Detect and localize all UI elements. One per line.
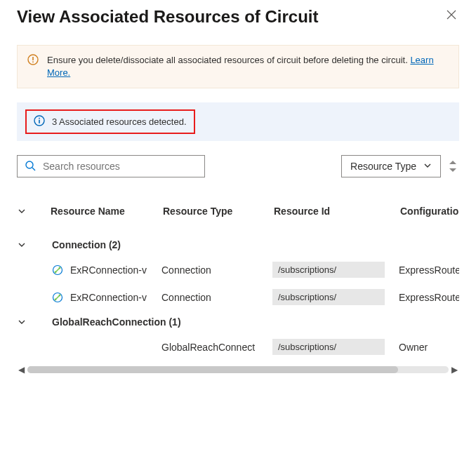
scrollbar-track[interactable]	[27, 366, 449, 373]
svg-rect-1	[32, 57, 34, 60]
chevron-down-icon	[423, 161, 432, 172]
group-row-connection[interactable]: Connection (2)	[17, 234, 459, 256]
info-icon	[34, 115, 45, 128]
cell-type: Connection	[161, 292, 272, 303]
resource-type-dropdown[interactable]: Resource Type	[341, 155, 441, 177]
scroll-left-arrow[interactable]: ◀	[18, 365, 25, 375]
sort-toggle[interactable]	[447, 159, 459, 174]
group-label: GlobalReachConnection (1)	[52, 316, 181, 328]
svg-rect-2	[32, 62, 34, 63]
search-box[interactable]	[17, 155, 205, 177]
cell-id[interactable]: /subscriptions/	[272, 339, 385, 355]
search-icon	[25, 160, 36, 173]
chevron-down-icon	[17, 206, 27, 216]
table-row[interactable]: ExRConnection-v Connection /subscription…	[17, 256, 459, 283]
svg-point-10	[59, 267, 61, 269]
table-row[interactable]: ExRConnection-v Connection /subscription…	[17, 283, 459, 311]
svg-point-9	[55, 271, 57, 273]
sort-icon	[447, 159, 459, 174]
dropdown-label: Resource Type	[350, 161, 416, 172]
resources-table: Resource Name Resource Type Resource Id …	[17, 206, 459, 361]
column-header-name[interactable]: Resource Name	[51, 206, 163, 217]
cell-configuration: Owner	[399, 342, 459, 353]
scrollbar-thumb[interactable]	[27, 366, 398, 373]
horizontal-scrollbar[interactable]: ◀ ▶	[17, 365, 459, 375]
cell-id[interactable]: /subscriptions/	[272, 289, 385, 305]
expand-all-toggle[interactable]	[17, 206, 51, 216]
svg-point-13	[59, 294, 61, 296]
warning-text: Ensure you delete/dissociate all associa…	[47, 55, 410, 65]
close-icon	[447, 10, 456, 20]
warning-icon	[27, 54, 39, 67]
svg-point-12	[55, 298, 57, 300]
column-header-configuration[interactable]: Configuration	[400, 206, 459, 217]
svg-rect-5	[39, 118, 40, 119]
info-text: 3 Associated resources detected.	[52, 116, 187, 127]
svg-point-6	[26, 161, 33, 168]
cell-type: Connection	[161, 264, 272, 276]
column-header-id[interactable]: Resource Id	[274, 206, 400, 217]
group-row-globalreach[interactable]: GlobalReachConnection (1)	[17, 311, 459, 333]
table-row[interactable]: GlobalReachConnect /subscriptions/ Owner	[17, 333, 459, 361]
svg-rect-4	[39, 120, 40, 123]
cell-type: GlobalReachConnect	[161, 342, 272, 353]
cell-name: ExRConnection-v	[70, 292, 161, 303]
group-label: Connection (2)	[52, 239, 121, 250]
close-button[interactable]	[444, 7, 459, 25]
scroll-right-arrow[interactable]: ▶	[451, 365, 458, 375]
search-input[interactable]	[43, 161, 197, 172]
cell-name: ExRConnection-v	[70, 264, 161, 276]
cell-configuration: ExpressRoute	[399, 264, 459, 276]
chevron-down-icon	[17, 317, 27, 327]
resource-icon	[52, 264, 70, 276]
column-header-type[interactable]: Resource Type	[163, 206, 274, 217]
svg-line-7	[32, 168, 35, 170]
warning-banner: Ensure you delete/dissociate all associa…	[17, 45, 459, 88]
page-title: View Associated Resources of Circuit	[17, 7, 318, 27]
cell-configuration: ExpressRoute	[399, 292, 459, 303]
info-banner: 3 Associated resources detected.	[17, 102, 459, 141]
resource-icon	[52, 292, 70, 303]
chevron-down-icon	[17, 240, 27, 250]
cell-id[interactable]: /subscriptions/	[272, 262, 385, 278]
